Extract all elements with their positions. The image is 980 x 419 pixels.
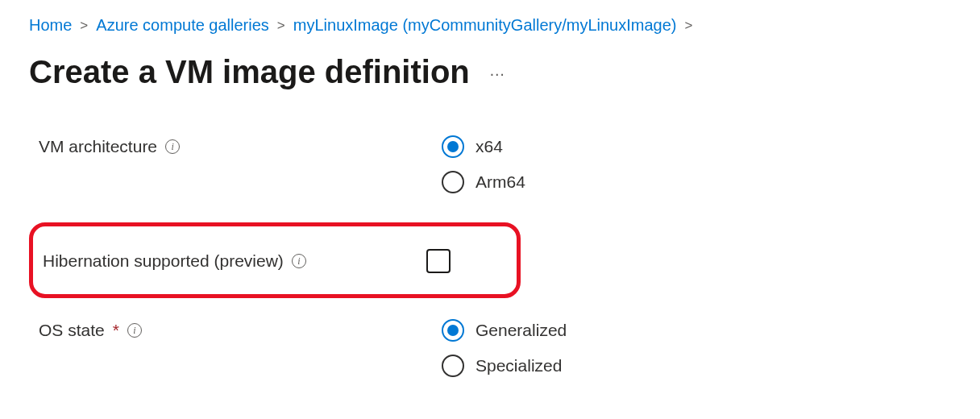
- radio-group-osstate: Generalized Specialized: [442, 319, 567, 377]
- label-osstate-text: OS state: [39, 321, 105, 340]
- checkbox-hibernation[interactable]: [426, 249, 451, 273]
- breadcrumb: Home > Azure compute galleries > myLinux…: [29, 16, 951, 35]
- radio-generalized[interactable]: Generalized: [442, 319, 567, 342]
- label-osstate: OS state * i: [39, 319, 442, 340]
- radio-arm64-label: Arm64: [475, 172, 525, 192]
- radio-arm64[interactable]: Arm64: [442, 171, 525, 193]
- checkbox-control-hibernation: [426, 247, 451, 273]
- label-hibernation-text: Hibernation supported (preview): [43, 251, 284, 271]
- radio-circle-icon: [442, 171, 464, 193]
- label-architecture: VM architecture i: [39, 135, 442, 156]
- page-title: Create a VM image definition: [29, 54, 470, 90]
- label-architecture-text: VM architecture: [39, 137, 157, 156]
- form: VM architecture i x64 Arm64 Hibernation …: [29, 135, 951, 377]
- breadcrumb-galleries[interactable]: Azure compute galleries: [96, 16, 269, 35]
- breadcrumb-home[interactable]: Home: [29, 16, 72, 35]
- form-row-hibernation-highlighted: Hibernation supported (preview) i: [29, 222, 521, 298]
- radio-generalized-label: Generalized: [475, 321, 567, 340]
- info-icon[interactable]: i: [165, 139, 180, 154]
- radio-circle-icon: [442, 355, 464, 377]
- radio-x64[interactable]: x64: [442, 135, 525, 158]
- radio-specialized-label: Specialized: [475, 356, 562, 375]
- radio-group-architecture: x64 Arm64: [442, 135, 525, 193]
- info-icon[interactable]: i: [127, 323, 142, 338]
- radio-circle-icon: [442, 319, 464, 342]
- chevron-right-icon: >: [80, 18, 88, 34]
- info-icon[interactable]: i: [292, 254, 306, 268]
- radio-circle-icon: [442, 135, 464, 158]
- more-menu-button[interactable]: …: [489, 61, 506, 83]
- form-row-osstate: OS state * i Generalized Specialized: [39, 319, 951, 377]
- label-hibernation: Hibernation supported (preview) i: [43, 250, 426, 271]
- chevron-right-icon: >: [277, 18, 285, 34]
- radio-specialized[interactable]: Specialized: [442, 355, 567, 377]
- required-asterisk-icon: *: [113, 321, 119, 340]
- form-row-architecture: VM architecture i x64 Arm64: [39, 135, 951, 193]
- chevron-right-icon: >: [685, 18, 693, 34]
- page-title-row: Create a VM image definition …: [29, 54, 951, 90]
- breadcrumb-image[interactable]: myLinuxImage (myCommunityGallery/myLinux…: [293, 16, 677, 35]
- radio-x64-label: x64: [475, 137, 503, 156]
